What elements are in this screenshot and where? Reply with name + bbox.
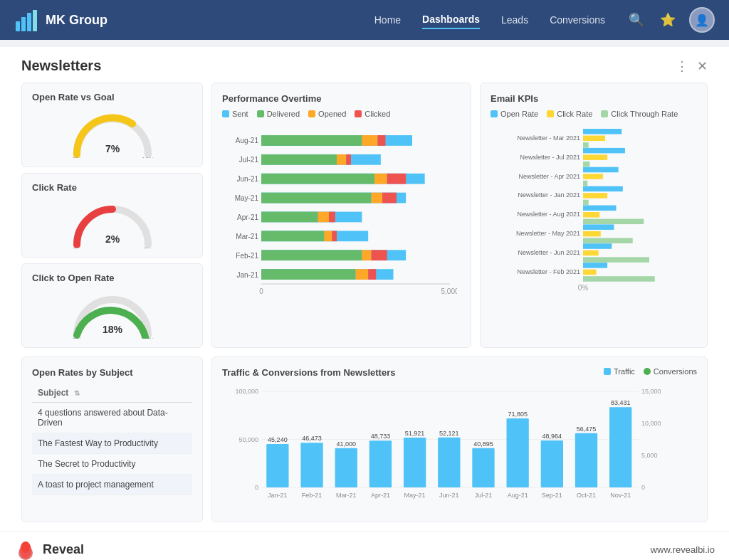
svg-rect-34 <box>372 193 382 204</box>
svg-rect-29 <box>374 174 387 184</box>
open-rate-card: Open Rate vs Goal 7% 0% 10% <box>21 83 203 167</box>
svg-text:5,000: 5,000 <box>641 452 658 459</box>
nav-conversions[interactable]: Conversions <box>550 11 605 28</box>
svg-text:0: 0 <box>255 484 258 491</box>
svg-rect-1 <box>21 17 26 31</box>
svg-rect-45 <box>332 231 337 241</box>
list-item[interactable]: The Fastest Way to Productivity <box>32 433 192 454</box>
traffic-title: Traffic & Conversions from Newsletters <box>222 367 395 378</box>
traffic-legend-conversions: Conversions <box>644 367 697 376</box>
close-button[interactable]: ✕ <box>697 58 708 74</box>
svg-rect-76 <box>583 219 644 225</box>
svg-rect-87 <box>583 270 597 275</box>
svg-text:Jan-21: Jan-21 <box>236 271 258 279</box>
click-rate-svg: 2% 0% 5% <box>70 199 155 248</box>
ctr-label: Click Through Rate <box>611 110 678 118</box>
page-panel: Newsletters ⋮ ✕ Open Rate vs Goal <box>11 47 718 517</box>
panel-header: Newsletters ⋮ ✕ <box>21 58 708 74</box>
svg-rect-83 <box>583 250 599 256</box>
svg-text:Jun-21: Jun-21 <box>439 492 459 499</box>
page-title: Newsletters <box>21 58 101 74</box>
list-item[interactable]: The Secret to Productivity <box>32 454 192 475</box>
svg-rect-68 <box>583 181 587 186</box>
svg-text:Nov-21: Nov-21 <box>610 492 631 499</box>
open-rate-title: Open Rate vs Goal <box>32 92 192 102</box>
svg-rect-55 <box>368 269 376 280</box>
kpi-legend-open: Open Rate <box>491 110 538 118</box>
main-content: Newsletters ⋮ ✕ Open Rate vs Goal <box>0 47 729 532</box>
nav-leads[interactable]: Leads <box>501 11 528 28</box>
svg-text:83,431: 83,431 <box>611 399 631 406</box>
kpi-chart: 0%Newsletter - Mar 2021Newsletter - Jul … <box>491 124 701 295</box>
svg-rect-43 <box>261 231 324 241</box>
performance-title: Performance Overtime <box>222 93 461 104</box>
kpi-legend-click: Click Rate <box>547 110 592 118</box>
svg-rect-33 <box>261 193 372 204</box>
svg-rect-18 <box>261 135 362 146</box>
svg-text:Apr-21: Apr-21 <box>237 213 258 221</box>
svg-rect-70 <box>583 186 623 192</box>
click-rate-dot <box>547 110 554 117</box>
kpis-legend: Open Rate Click Rate Click Through Rate <box>491 110 697 118</box>
navbar: MK Group Home Dashboards Leads Conversio… <box>0 0 729 40</box>
svg-text:10,000: 10,000 <box>641 420 661 427</box>
subject-header[interactable]: Subject ⇅ <box>32 384 192 403</box>
svg-text:46,473: 46,473 <box>302 435 322 442</box>
list-item[interactable]: A toast to project management <box>32 475 192 495</box>
svg-rect-122 <box>575 433 597 487</box>
svg-rect-64 <box>583 162 589 167</box>
svg-rect-19 <box>362 135 377 146</box>
search-button[interactable]: 🔍 <box>626 10 646 30</box>
legend-opened: Opened <box>308 110 346 118</box>
svg-rect-40 <box>329 212 335 223</box>
svg-text:Aug-21: Aug-21 <box>508 492 528 499</box>
svg-rect-78 <box>583 224 614 230</box>
svg-rect-35 <box>382 193 397 204</box>
svg-rect-113 <box>472 448 494 487</box>
email-kpis-card: Email KPIs Open Rate Click Rate Click Th… <box>480 83 708 348</box>
svg-text:51,921: 51,921 <box>405 430 425 437</box>
list-item[interactable]: 4 questions answered about Data-Driven <box>32 403 192 433</box>
click-to-open-card: Click to Open Rate 18% 0% 20% <box>21 263 203 348</box>
dashboard-grid: Open Rate vs Goal 7% 0% 10% <box>21 83 708 496</box>
ctr-dot <box>601 110 608 117</box>
open-rates-card: Open Rates by Subject Subject ⇅ 4 questi… <box>21 356 203 522</box>
svg-rect-59 <box>583 136 605 142</box>
click-to-open-title: Click to Open Rate <box>32 273 192 283</box>
svg-text:Newsletter - Apr 2021: Newsletter - Apr 2021 <box>518 173 580 180</box>
svg-text:45,240: 45,240 <box>268 436 288 443</box>
click-rate-title: Click Rate <box>32 182 192 193</box>
user-avatar[interactable]: 👤 <box>689 7 715 33</box>
svg-text:Newsletter - Jun 2021: Newsletter - Jun 2021 <box>518 249 580 256</box>
svg-text:Apr-21: Apr-21 <box>371 492 390 499</box>
clicked-label: Clicked <box>364 110 390 118</box>
brand-logo[interactable]: MK Group <box>14 7 107 33</box>
reveal-icon <box>14 539 37 561</box>
svg-text:0%: 0% <box>72 156 81 158</box>
svg-rect-28 <box>261 174 374 184</box>
delivered-label: Delivered <box>267 110 300 118</box>
open-rates-title: Open Rates by Subject <box>32 367 192 378</box>
performance-chart: 05,000Aug-21Jul-21Jun-21May-21Apr-21Mar-… <box>222 124 457 302</box>
svg-rect-62 <box>583 148 625 154</box>
performance-legend: Sent Delivered Opened Clicked <box>222 110 461 118</box>
opened-label: Opened <box>318 110 346 118</box>
more-options-button[interactable]: ⋮ <box>676 58 688 74</box>
email-kpis-title: Email KPIs <box>491 93 697 104</box>
click-rate-card: Click Rate 2% 0% 5% <box>21 173 203 258</box>
nav-dashboards[interactable]: Dashboards <box>422 11 480 29</box>
svg-point-134 <box>21 541 30 553</box>
nav-home[interactable]: Home <box>374 11 401 28</box>
svg-text:100,000: 100,000 <box>235 388 258 395</box>
svg-text:50,000: 50,000 <box>238 436 258 443</box>
left-column: Open Rate vs Goal 7% 0% 10% <box>21 83 203 348</box>
svg-text:May-21: May-21 <box>235 194 259 202</box>
legend-sent: Sent <box>222 110 248 118</box>
svg-rect-63 <box>583 154 607 160</box>
open-rate-svg: 7% 0% 10% <box>70 108 155 158</box>
svg-text:Oct-21: Oct-21 <box>577 492 596 499</box>
conversions-label: Conversions <box>654 367 697 376</box>
svg-rect-88 <box>583 276 655 282</box>
favorites-button[interactable]: ⭐ <box>658 10 678 30</box>
footer-brand-name: Reveal <box>43 542 84 557</box>
